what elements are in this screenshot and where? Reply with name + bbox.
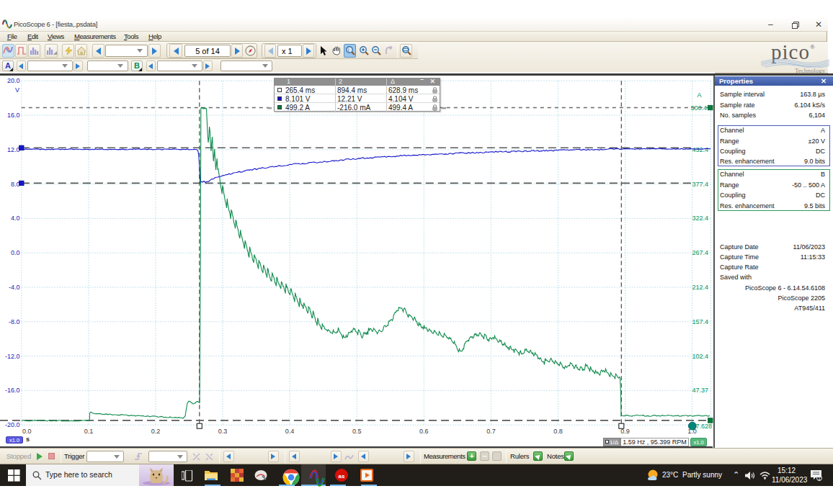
svg-text:432.4: 432.4 (692, 146, 708, 153)
svg-text:12.0: 12.0 (7, 146, 20, 153)
svg-text:7.628: 7.628 (695, 423, 712, 430)
svg-text:47.37: 47.37 (692, 387, 708, 394)
svg-text:-8.0: -8.0 (9, 318, 20, 325)
svg-text:-20.0: -20.0 (5, 421, 20, 428)
svg-text:V: V (15, 86, 19, 94)
svg-text:0.0: 0.0 (22, 428, 32, 435)
svg-text:0.2: 0.2 (151, 428, 161, 435)
svg-text:102.4: 102.4 (692, 353, 708, 360)
svg-text:0.5: 0.5 (352, 428, 362, 435)
svg-text:20.0: 20.0 (7, 77, 20, 84)
svg-text:0.4: 0.4 (285, 428, 295, 435)
svg-text:0.7: 0.7 (486, 428, 496, 435)
svg-text:A: A (697, 91, 701, 99)
svg-text:157.4: 157.4 (692, 318, 708, 325)
svg-text:0.8: 0.8 (553, 428, 563, 435)
svg-text:4.0: 4.0 (11, 215, 20, 222)
svg-text:8.0: 8.0 (11, 181, 20, 188)
svg-text:0.3: 0.3 (218, 428, 228, 435)
svg-text:322.4: 322.4 (692, 215, 708, 222)
svg-text:1: 1 (818, 476, 821, 481)
svg-text:0.6: 0.6 (419, 428, 429, 435)
svg-text:-12.0: -12.0 (5, 353, 20, 360)
svg-text:16.0: 16.0 (7, 112, 20, 119)
svg-text:212.4: 212.4 (692, 284, 708, 291)
svg-text:as: as (339, 473, 345, 480)
svg-text:267.4: 267.4 (692, 249, 708, 256)
svg-text:-4.0: -4.0 (9, 284, 20, 291)
svg-text:0.1: 0.1 (84, 428, 94, 435)
svg-text:-16.0: -16.0 (5, 387, 20, 394)
svg-text:377.4: 377.4 (692, 181, 708, 188)
svg-text:0.0: 0.0 (11, 249, 20, 256)
